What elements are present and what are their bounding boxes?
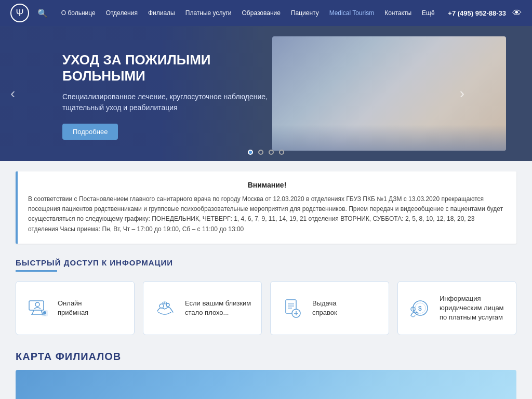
hero-title: УХОД ЗА ПОЖИЛЫМИ БОЛЬНЫМИ (62, 52, 270, 84)
main-content: Внимание! В соответствии с Постановление… (0, 161, 532, 399)
hero-slider: УХОД ЗА ПОЖИЛЫМИ БОЛЬНЫМИ Специализирова… (0, 26, 532, 161)
slider-dots (248, 150, 284, 155)
hero-button[interactable]: Подробнее (62, 124, 118, 140)
emergency-label: Если вашим близким стало плохо... (185, 299, 251, 317)
slider-dot-3[interactable] (279, 150, 284, 155)
nav-item-contacts[interactable]: Контакты (384, 9, 411, 17)
slider-dot-1[interactable] (258, 150, 263, 155)
notice-title: Внимание! (28, 181, 506, 189)
quick-card-online-reception[interactable]: Онлайн приёмная (16, 281, 135, 336)
quick-card-emergency[interactable]: Если вашим близким стало плохо... (143, 281, 262, 336)
nav-item-more[interactable]: Ещё (422, 9, 435, 17)
hero-subtitle: Специализированное лечение, круглосуточн… (62, 91, 270, 113)
nav-item-patient[interactable]: Пациенту (291, 9, 319, 17)
nav-item-paid[interactable]: Платные услуги (185, 9, 232, 17)
nav-item-about[interactable]: О больнице (61, 9, 96, 17)
slider-dot-2[interactable] (269, 150, 274, 155)
slider-next-button[interactable]: › (460, 85, 464, 102)
notice-text: В соответствии с Постановлением главного… (28, 194, 506, 234)
phone-number: +7 (495) 952-88-33 (448, 9, 506, 17)
logo-symbol: Ψ (16, 8, 23, 19)
legal-icon: $ (406, 295, 432, 321)
svg-point-4 (35, 302, 39, 307)
legal-label: Информация юридическим лицам по платным … (440, 294, 508, 323)
slider-dot-0[interactable] (248, 150, 253, 155)
notice-box: Внимание! В соответствии с Постановление… (16, 171, 516, 244)
quick-access-section: БЫСТРЫЙ ДОСТУП К ИНФОРМАЦИИ Онлайн приём… (16, 258, 516, 336)
quick-access-grid: Онлайн приёмная Если вашим близким стало… (16, 281, 516, 336)
hero-content: УХОД ЗА ПОЖИЛЫМИ БОЛЬНЫМИ Специализирова… (62, 52, 270, 140)
certificates-icon (279, 295, 305, 321)
nav-item-medical-tourism[interactable]: Medical Tourism (329, 9, 374, 17)
quick-access-title: БЫСТРЫЙ ДОСТУП К ИНФОРМАЦИИ (16, 258, 516, 267)
search-icon[interactable]: 🔍 (37, 8, 48, 18)
slider-prev-button[interactable]: ‹ (10, 85, 15, 102)
map-section-title: КАРТА ФИЛИАЛОВ (16, 351, 516, 363)
svg-point-7 (159, 304, 164, 308)
svg-point-6 (43, 311, 46, 314)
online-reception-icon (24, 295, 50, 321)
logo[interactable]: Ψ (10, 4, 29, 22)
svg-point-8 (166, 303, 169, 307)
hero-image (272, 36, 506, 151)
online-reception-label: Онлайн приёмная (58, 299, 88, 317)
map-section: КАРТА ФИЛИАЛОВ (16, 351, 516, 399)
map-preview[interactable] (16, 370, 516, 399)
header-right: +7 (495) 952-88-33 👁 (448, 8, 522, 19)
section-underline (16, 270, 57, 272)
header: Ψ 🔍 О больницеОтделенияФилиалыПлатные ус… (0, 0, 532, 26)
svg-text:$: $ (418, 305, 422, 312)
main-nav: О больницеОтделенияФилиалыПлатные услуги… (56, 9, 440, 17)
svg-line-1 (32, 310, 34, 314)
nav-item-departments[interactable]: Отделения (106, 9, 138, 17)
emergency-icon (152, 295, 178, 321)
nav-item-education[interactable]: Образование (242, 9, 281, 17)
quick-card-certificates[interactable]: Выдача справок (270, 281, 389, 336)
nav-item-branches[interactable]: Филиалы (148, 9, 175, 17)
certificates-label: Выдача справок (312, 299, 337, 317)
accessibility-icon[interactable]: 👁 (512, 8, 522, 19)
quick-card-legal[interactable]: $ Информация юридическим лицам по платны… (397, 281, 516, 336)
